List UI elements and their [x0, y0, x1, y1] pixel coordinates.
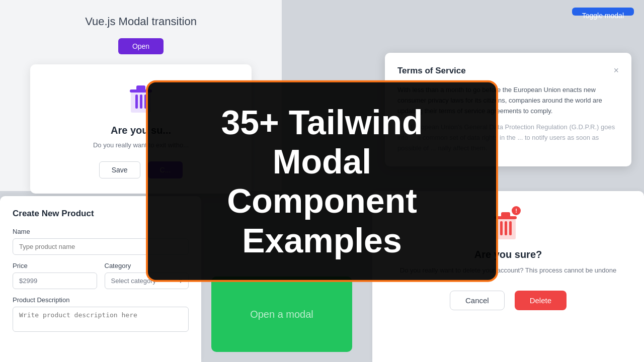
tos-header: Terms of Service ×: [397, 65, 619, 76]
delete-buttons: Cancel Delete: [450, 291, 567, 310]
warning-dot: !: [512, 206, 521, 215]
vuejs-title: Vue.js Modal transition: [85, 15, 197, 28]
price-col: Price: [13, 262, 97, 289]
svg-rect-7: [501, 212, 510, 217]
banner-text: 35+ Tailwind Modal Component Examples: [173, 103, 471, 260]
tos-close-button[interactable]: ×: [613, 65, 619, 76]
svg-rect-11: [509, 221, 512, 235]
toggle-section: Toggle modal: [372, 0, 644, 30]
price-input[interactable]: [13, 273, 97, 289]
svg-rect-10: [505, 221, 507, 235]
save-button[interactable]: Save: [99, 161, 140, 178]
banner-line1: 35+ Tailwind: [221, 103, 423, 141]
price-label: Price: [13, 262, 97, 269]
green-button-area: Open a modal: [211, 277, 352, 352]
banner-line2: Modal Component: [227, 142, 417, 220]
description-label: Product Description: [13, 296, 189, 304]
open-modal-button[interactable]: Open a modal: [250, 309, 313, 320]
tos-title: Terms of Service: [397, 66, 466, 76]
center-banner: 35+ Tailwind Modal Component Examples: [146, 80, 498, 282]
svg-rect-4: [140, 95, 142, 109]
banner-line3: Examples: [242, 221, 402, 259]
open-button[interactable]: Open: [118, 38, 164, 54]
description-textarea[interactable]: [13, 307, 189, 332]
toggle-modal-button[interactable]: Toggle modal: [572, 8, 634, 16]
svg-rect-9: [500, 221, 503, 235]
cancel-delete-button[interactable]: Cancel: [450, 291, 505, 310]
svg-rect-2: [136, 85, 145, 90]
delete-button[interactable]: Delete: [515, 291, 567, 310]
svg-rect-3: [135, 95, 138, 109]
